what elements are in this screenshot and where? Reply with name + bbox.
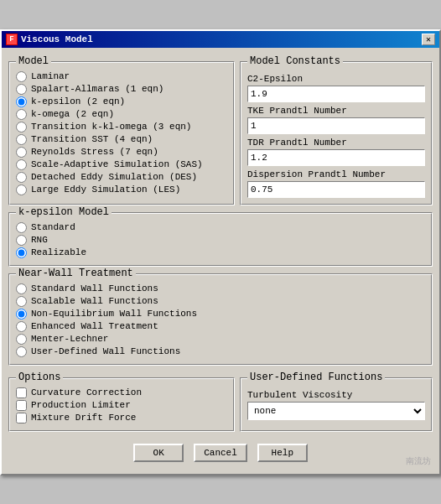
dispersion-prandtl-input[interactable] xyxy=(247,181,425,198)
label-curvature: Curvature Correction xyxy=(31,387,142,397)
udf-group: User-Defined Functions Turbulent Viscosi… xyxy=(240,377,433,432)
radio-sas[interactable]: Scale-Adaptive Simulation (SAS) xyxy=(16,158,227,171)
radio-des[interactable]: Detached Eddy Simulation (DES) xyxy=(16,171,227,184)
label-user-wall: User-Defined Wall Functions xyxy=(31,346,180,356)
model-options: Laminar Spalart-Allmaras (1 eqn) k-epsil… xyxy=(16,65,227,196)
dispersion-prandtl-label: Dispersion Prandtl Number xyxy=(247,169,425,179)
label-k-epsilon: k-epsilon (2 eqn) xyxy=(31,96,125,107)
c2-epsilon-input[interactable] xyxy=(247,86,425,102)
bottom-row: Options Curvature Correction Production … xyxy=(8,371,433,432)
constants-group: Model Constants C2-Epsilon TKE Prandtl N… xyxy=(240,61,433,205)
tke-prandtl-label: TKE Prandtl Number xyxy=(247,106,425,116)
radio-reynolds[interactable]: Reynolds Stress (7 eqn) xyxy=(16,146,227,158)
turbulent-viscosity-select[interactable]: none xyxy=(247,402,425,420)
title-icon: F xyxy=(6,34,18,45)
radio-enhanced-wall[interactable]: Enhanced Wall Treatment xyxy=(16,320,425,333)
label-realizable: Realizable xyxy=(31,247,86,257)
turbulent-viscosity-label: Turbulent Viscosity xyxy=(247,390,425,400)
radio-laminar[interactable]: Laminar xyxy=(16,70,227,83)
near-wall-label: Near-Wall Treatment xyxy=(16,268,136,279)
radio-transition-sst[interactable]: Transition SST (4 eqn) xyxy=(16,133,227,146)
watermark: 南流坊 xyxy=(406,455,431,467)
constants-group-label: Model Constants xyxy=(247,55,343,67)
cancel-button[interactable]: Cancel xyxy=(194,444,247,462)
checkbox-mixture[interactable]: Mixture Drift Force xyxy=(16,412,227,424)
label-menter: Menter-Lechner xyxy=(31,334,108,344)
label-transition-kklomega: Transition k-kl-omega (3 eqn) xyxy=(31,122,191,132)
radio-standard[interactable]: Standard xyxy=(16,221,425,234)
model-group-label: Model xyxy=(16,55,51,67)
k-epsilon-model-group: k-epsilon Model Standard RNG Realizable xyxy=(8,212,433,267)
constants-fields: C2-Epsilon TKE Prandtl Number TDR Prandt… xyxy=(247,65,425,198)
main-grid: Model Laminar Spalart-Allmaras (1 eqn) k… xyxy=(8,55,433,205)
radio-user-wall[interactable]: User-Defined Wall Functions xyxy=(16,346,425,358)
near-wall-group: Near-Wall Treatment Standard Wall Functi… xyxy=(8,273,433,366)
radio-k-omega[interactable]: k-omega (2 eqn) xyxy=(16,108,227,121)
window-body: Model Laminar Spalart-Allmaras (1 eqn) k… xyxy=(2,48,439,474)
radio-spalart[interactable]: Spalart-Allmaras (1 eqn) xyxy=(16,83,227,96)
udf-group-label: User-Defined Functions xyxy=(247,372,385,383)
udf-fields: Turbulent Viscosity none xyxy=(247,382,425,420)
k-epsilon-options: Standard RNG Realizable xyxy=(16,216,425,259)
label-spalart: Spalart-Allmaras (1 eqn) xyxy=(31,84,163,94)
radio-k-epsilon[interactable]: k-epsilon (2 eqn) xyxy=(16,96,227,108)
radio-transition-kklomega[interactable]: Transition k-kl-omega (3 eqn) xyxy=(16,121,227,133)
label-reynolds: Reynolds Stress (7 eqn) xyxy=(31,147,158,157)
checkbox-curvature[interactable]: Curvature Correction xyxy=(16,387,227,399)
label-rng: RNG xyxy=(31,235,48,245)
radio-non-eq-wall[interactable]: Non-Equilibrium Wall Functions xyxy=(16,308,425,320)
radio-menter[interactable]: Menter-Lechner xyxy=(16,333,425,346)
label-standard: Standard xyxy=(31,222,75,232)
label-scalable-wall: Scalable Wall Functions xyxy=(31,296,158,306)
label-des: Detached Eddy Simulation (DES) xyxy=(31,172,197,182)
label-enhanced-wall: Enhanced Wall Treatment xyxy=(31,321,158,331)
button-row: OK Cancel Help xyxy=(8,437,433,467)
options-group-label: Options xyxy=(16,372,63,383)
label-production: Production Limiter xyxy=(31,400,131,410)
label-standard-wall: Standard Wall Functions xyxy=(31,283,158,294)
title-bar: F Viscous Model ✕ xyxy=(2,31,439,48)
radio-les[interactable]: Large Eddy Simulation (LES) xyxy=(16,184,227,196)
tke-prandtl-input[interactable] xyxy=(247,117,425,134)
options-group: Options Curvature Correction Production … xyxy=(8,377,235,432)
k-epsilon-model-label: k-epsilon Model xyxy=(16,206,112,218)
label-les: Large Eddy Simulation (LES) xyxy=(31,184,180,195)
checkbox-production[interactable]: Production Limiter xyxy=(16,399,227,412)
model-group: Model Laminar Spalart-Allmaras (1 eqn) k… xyxy=(8,61,235,205)
c2-epsilon-label: C2-Epsilon xyxy=(247,74,425,84)
viscous-model-dialog: F Viscous Model ✕ Model Laminar Spalart- xyxy=(0,29,441,475)
label-non-eq-wall: Non-Equilibrium Wall Functions xyxy=(31,309,197,319)
ok-button[interactable]: OK xyxy=(133,444,184,462)
tdr-prandtl-label: TDR Prandtl Number xyxy=(247,138,425,148)
radio-scalable-wall[interactable]: Scalable Wall Functions xyxy=(16,295,425,308)
label-transition-sst: Transition SST (4 eqn) xyxy=(31,134,153,144)
help-button[interactable]: Help xyxy=(257,444,308,462)
label-k-omega: k-omega (2 eqn) xyxy=(31,109,114,119)
title-bar-left: F Viscous Model xyxy=(6,34,93,45)
near-wall-options: Standard Wall Functions Scalable Wall Fu… xyxy=(16,278,425,358)
radio-standard-wall[interactable]: Standard Wall Functions xyxy=(16,283,425,295)
label-laminar: Laminar xyxy=(31,71,70,81)
options-checkboxes: Curvature Correction Production Limiter … xyxy=(16,382,227,424)
tdr-prandtl-input[interactable] xyxy=(247,149,425,166)
close-button[interactable]: ✕ xyxy=(422,34,435,45)
window-title: Viscous Model xyxy=(21,34,93,44)
label-sas: Scale-Adaptive Simulation (SAS) xyxy=(31,159,203,169)
label-mixture: Mixture Drift Force xyxy=(31,413,136,423)
radio-realizable[interactable]: Realizable xyxy=(16,247,425,259)
radio-rng[interactable]: RNG xyxy=(16,234,425,247)
